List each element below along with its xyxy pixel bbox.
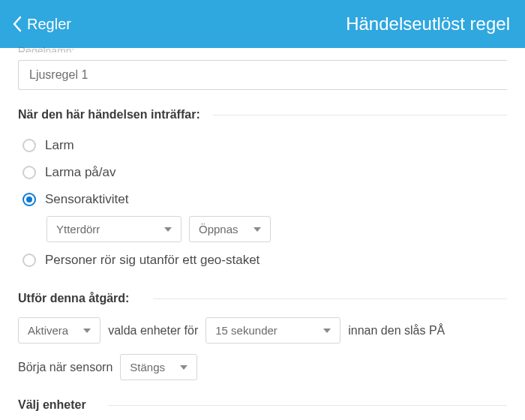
back-label: Regler [27,16,71,33]
duration-select[interactable]: 15 sekunder [206,317,340,344]
section-action-label: Utför denna åtgärd: [18,292,507,305]
radio-geofence[interactable]: Personer rör sig utanför ett geo-staket [18,247,507,274]
select-value: Aktivera [28,324,68,337]
select-value: Ytterdörr [56,223,100,236]
radio-label: Larm [45,138,74,153]
radio-label: Personer rör sig utanför ett geo-staket [45,253,260,268]
radio-label: Sensoraktivitet [45,192,129,207]
page-title: Händelseutlöst regel [346,14,513,34]
action-mid-text: valda enheter för [108,324,198,338]
rule-name-label: Regelnamn: [18,45,507,52]
event-radio-group: Larm Larma på/av Sensoraktivitet Ytterdö… [18,132,507,274]
select-value: 15 sekunder [215,324,278,337]
action-tail-text: innan den slås PÅ [348,324,445,338]
action-verb-select[interactable]: Aktivera [18,317,100,344]
sensor-select[interactable]: Ytterdörr [46,216,182,242]
radio-icon-selected [22,193,36,206]
section-when-label: När den här händelsen inträffar: [18,108,507,122]
start-label: Börja när sensorn [18,361,112,374]
radio-icon [22,254,36,267]
app-header: Regler Händelseutlöst regel [0,0,525,48]
sensor-state-select[interactable]: Öppnas [189,216,271,242]
radio-alarm[interactable]: Larm [18,132,507,159]
chevron-down-icon [164,227,172,232]
action-start-row: Börja när sensorn Stängs [18,354,507,380]
chevron-down-icon [323,328,331,333]
select-value: Öppnas [199,223,238,236]
start-state-select[interactable]: Stängs [120,354,197,380]
chevron-left-icon [12,16,22,32]
sensor-subcontrols: Ytterdörr Öppnas [46,216,507,242]
action-row: Aktivera valda enheter för 15 sekunder i… [18,317,507,344]
radio-label: Larma på/av [45,165,116,180]
chevron-down-icon [254,227,261,232]
back-button[interactable]: Regler [12,16,71,33]
radio-icon [22,166,36,179]
section-devices-label: Välj enheter [18,398,507,412]
chevron-down-icon [83,328,91,333]
radio-arm-disarm[interactable]: Larma på/av [18,159,507,186]
rule-name-input[interactable] [18,60,507,90]
radio-icon [22,139,36,152]
radio-sensor-activity[interactable]: Sensoraktivitet [18,186,507,213]
chevron-down-icon [180,365,188,370]
form-content: Regelnamn: När den här händelsen inträff… [0,45,525,420]
select-value: Stängs [130,361,165,374]
